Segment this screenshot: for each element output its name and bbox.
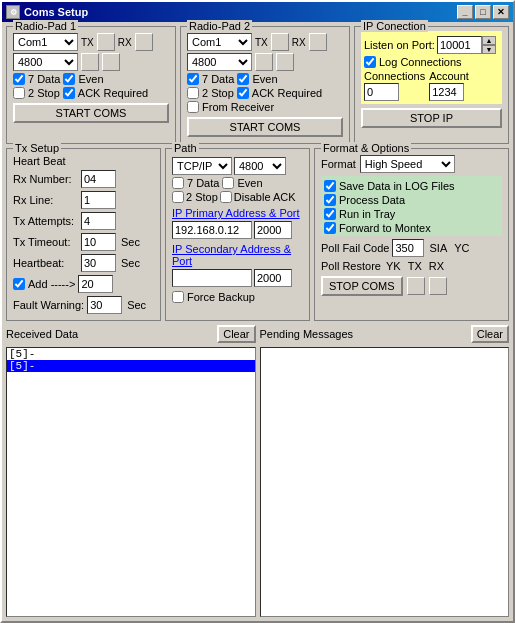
radio-pad-1-data7-check[interactable]: [13, 73, 25, 85]
spin-down-button[interactable]: ▼: [482, 45, 496, 54]
process-data-check[interactable]: [324, 194, 336, 206]
close-button[interactable]: ✕: [493, 5, 509, 19]
run-tray-check[interactable]: [324, 208, 336, 220]
fault-warning-label: Fault Warning:: [13, 299, 84, 311]
radio-pad-1-even-check[interactable]: [63, 73, 75, 85]
process-data-label: Process Data: [339, 194, 405, 206]
primary-port-input[interactable]: [254, 221, 292, 239]
heartbeat-input[interactable]: [81, 254, 116, 272]
ip-connection-label: IP Conection: [361, 20, 428, 32]
add-check[interactable]: [13, 278, 25, 290]
maximize-button[interactable]: □: [475, 5, 491, 19]
path-disable-ack-check[interactable]: [220, 191, 232, 203]
path-data7-row: 7 Data Even: [172, 177, 303, 189]
tx-timeout-row: Tx Timeout: Sec: [13, 233, 154, 251]
connections-label: Connections: [364, 70, 425, 82]
stop-ip-button[interactable]: STOP IP: [361, 108, 502, 128]
secondary-address-label[interactable]: IP Secondary Address & Port: [172, 243, 291, 267]
primary-section: IP Primary Address & Port: [172, 207, 303, 239]
format-select[interactable]: High SpeedNormalSlow: [360, 155, 455, 173]
received-data-clear-button[interactable]: Clear: [217, 325, 255, 343]
forward-montex-check[interactable]: [324, 222, 336, 234]
pending-messages-title: Pending Messages: [260, 328, 354, 340]
heartbeat-title: Heart Beat: [13, 155, 154, 167]
log-connections-row: Log Connections: [364, 56, 499, 68]
listen-port-label: Listen on Port:: [364, 39, 435, 51]
tx-timeout-sec: Sec: [121, 236, 140, 248]
port-input[interactable]: [437, 36, 482, 54]
primary-ip-input[interactable]: [172, 221, 252, 239]
secondary-ip-input[interactable]: [172, 269, 252, 287]
received-data-header: Received Data Clear: [6, 325, 256, 343]
poll-fail-input[interactable]: [392, 239, 424, 257]
radio-pad-1-com-select[interactable]: Com1Com2Com3: [13, 33, 78, 51]
secondary-port-input[interactable]: [254, 269, 292, 287]
radio-pad-2-com-select[interactable]: Com1Com2Com3: [187, 33, 252, 51]
received-data-area[interactable]: [5]- [5]-: [6, 347, 256, 617]
radio-pad-1-baud-select[interactable]: 4800960019200: [13, 53, 78, 71]
fault-warning-input[interactable]: [87, 296, 122, 314]
stop-coms-box1: [407, 277, 425, 295]
title-bar-controls: _ □ ✕: [457, 5, 509, 19]
radio-pad-2-stop2-check[interactable]: [187, 87, 199, 99]
path-stop2-check[interactable]: [172, 191, 184, 203]
radio-pad-1-stop2-check[interactable]: [13, 87, 25, 99]
radio-pad-2-data7-check[interactable]: [187, 73, 199, 85]
tx-timeout-input[interactable]: [81, 233, 116, 251]
format-options-label: Format & Options: [321, 142, 411, 154]
rx-number-input[interactable]: [81, 170, 116, 188]
format-row: Format High SpeedNormalSlow: [321, 155, 502, 173]
radio-pad-2-baud-box: [255, 53, 273, 71]
rx-line-row: Rx Line:: [13, 191, 154, 209]
primary-address-label[interactable]: IP Primary Address & Port: [172, 207, 300, 219]
top-row: Radio-Pad 1 Com1Com2Com3 TX RX 480096001…: [6, 26, 509, 144]
fault-warning-row: Fault Warning: Sec: [13, 296, 154, 314]
account-input[interactable]: [429, 83, 464, 101]
pending-messages-clear-button[interactable]: Clear: [471, 325, 509, 343]
tx-attempts-label: Tx Attempts:: [13, 215, 78, 227]
minimize-button[interactable]: _: [457, 5, 473, 19]
radio-pad-2-stop2-label: 2 Stop: [202, 87, 234, 99]
radio-pad-2-from-receiver-check[interactable]: [187, 101, 199, 113]
radio-pad-1-group: Radio-Pad 1 Com1Com2Com3 TX RX 480096001…: [6, 26, 176, 144]
radio-pad-2-start-btn[interactable]: START COMS: [187, 117, 343, 137]
save-log-row: Save Data in LOG Files: [324, 180, 499, 192]
radio-pad-2-even-label: Even: [252, 73, 277, 85]
radio-pad-2-baud-select[interactable]: 4800960019200: [187, 53, 252, 71]
sia-tag: SIA: [427, 242, 449, 254]
protocol-row: TCP/IPUDP 4800: [172, 157, 303, 175]
force-backup-check[interactable]: [172, 291, 184, 303]
stop-coms-row: STOP COMS: [321, 276, 502, 296]
path-port-select[interactable]: 4800: [234, 157, 286, 175]
add-input[interactable]: [78, 275, 113, 293]
save-log-check[interactable]: [324, 180, 336, 192]
path-even-check[interactable]: [222, 177, 234, 189]
radio-pad-1-baud-box: [81, 53, 99, 71]
list-item[interactable]: [5]-: [7, 360, 255, 372]
rx-number-label: Rx Number:: [13, 173, 78, 185]
tx-attempts-input[interactable]: [81, 212, 116, 230]
connections-input[interactable]: [364, 83, 399, 101]
rx-line-input[interactable]: [81, 191, 116, 209]
main-window: ⚙ Coms Setup _ □ ✕ Radio-Pad 1 Com1Com2C…: [0, 0, 515, 623]
pending-messages-area[interactable]: [260, 347, 510, 617]
path-data7-check[interactable]: [172, 177, 184, 189]
radio-pad-2-ack-check[interactable]: [237, 87, 249, 99]
radio-pad-1-baud-row: 4800960019200: [13, 53, 169, 71]
log-connections-check[interactable]: [364, 56, 376, 68]
spin-up-button[interactable]: ▲: [482, 36, 496, 45]
radio-pad-2-even-check[interactable]: [237, 73, 249, 85]
path-group: Path TCP/IPUDP 4800 7 Data Even: [165, 148, 310, 321]
radio-pad-1-start-btn[interactable]: START COMS: [13, 103, 169, 123]
path-stop2-label: 2 Stop: [186, 191, 218, 203]
radio-pad-1-stop2-row: 2 Stop ACK Required: [13, 87, 169, 99]
radio-pad-1-ack-check[interactable]: [63, 87, 75, 99]
protocol-select[interactable]: TCP/IPUDP: [172, 157, 232, 175]
port-spinner: ▲ ▼: [437, 36, 496, 54]
heartbeat-label: Heartbeat:: [13, 257, 78, 269]
radio-pad-2-data7-label: 7 Data: [202, 73, 234, 85]
stop-coms-button[interactable]: STOP COMS: [321, 276, 403, 296]
poll-fail-row: Poll Fail Code SIA YC: [321, 239, 502, 257]
ip-connection-group: IP Conection Listen on Port: ▲ ▼: [354, 26, 509, 144]
run-tray-row: Run in Tray: [324, 208, 499, 220]
